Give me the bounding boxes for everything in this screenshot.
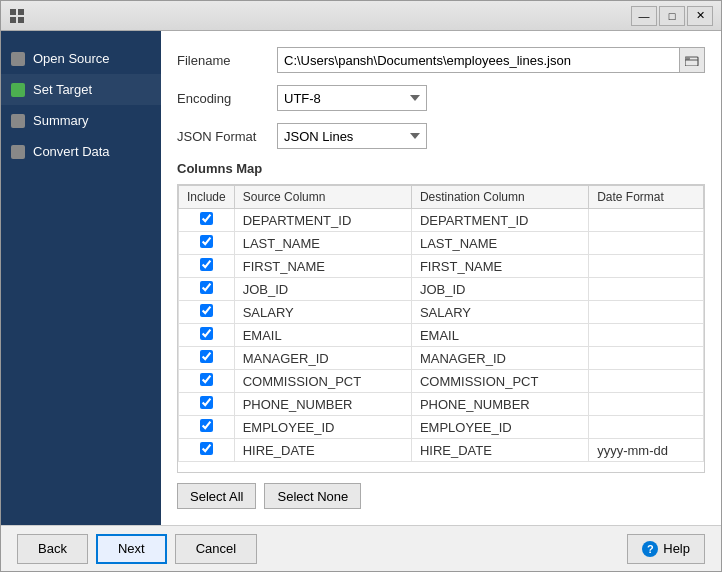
header-include: Include (179, 186, 235, 209)
date-format-cell-5 (589, 324, 704, 347)
help-label: Help (663, 541, 690, 556)
date-format-cell-8 (589, 393, 704, 416)
help-icon: ? (642, 541, 658, 557)
table-row: FIRST_NAME FIRST_NAME (179, 255, 704, 278)
include-checkbox-8[interactable] (200, 396, 213, 409)
destination-cell-2: FIRST_NAME (411, 255, 588, 278)
sidebar-item-summary[interactable]: Summary (1, 105, 161, 136)
columns-table: Include Source Column Destination Column… (178, 185, 704, 462)
source-cell-4: SALARY (234, 301, 411, 324)
filename-label: Filename (177, 53, 277, 68)
back-button[interactable]: Back (17, 534, 88, 564)
encoding-row: Encoding UTF-8 UTF-16 ASCII ISO-8859-1 (177, 85, 705, 111)
json-format-select[interactable]: JSON Lines JSON Array (277, 123, 427, 149)
header-destination: Destination Column (411, 186, 588, 209)
sidebar-label-convert-data: Convert Data (33, 144, 110, 159)
date-format-cell-10: yyyy-mm-dd (589, 439, 704, 462)
destination-cell-1: LAST_NAME (411, 232, 588, 255)
include-checkbox-6[interactable] (200, 350, 213, 363)
table-row: HIRE_DATE HIRE_DATE yyyy-mm-dd (179, 439, 704, 462)
destination-cell-9: EMPLOYEE_ID (411, 416, 588, 439)
include-cell-9[interactable] (179, 416, 235, 439)
source-cell-2: FIRST_NAME (234, 255, 411, 278)
date-format-cell-7 (589, 370, 704, 393)
json-format-row: JSON Format JSON Lines JSON Array (177, 123, 705, 149)
minimize-button[interactable]: — (631, 6, 657, 26)
title-bar: — □ ✕ (1, 1, 721, 31)
date-format-cell-0 (589, 209, 704, 232)
date-format-cell-4 (589, 301, 704, 324)
include-checkbox-2[interactable] (200, 258, 213, 271)
json-format-label: JSON Format (177, 129, 277, 144)
include-checkbox-10[interactable] (200, 442, 213, 455)
destination-cell-0: DEPARTMENT_ID (411, 209, 588, 232)
filename-input[interactable] (277, 47, 680, 73)
sidebar-dot-convert-data (11, 145, 25, 159)
include-checkbox-7[interactable] (200, 373, 213, 386)
include-cell-7[interactable] (179, 370, 235, 393)
help-button[interactable]: ? Help (627, 534, 705, 564)
include-cell-6[interactable] (179, 347, 235, 370)
svg-rect-2 (10, 17, 16, 23)
include-checkbox-1[interactable] (200, 235, 213, 248)
destination-cell-5: EMAIL (411, 324, 588, 347)
columns-table-container: Include Source Column Destination Column… (177, 184, 705, 473)
sidebar: Open Source Set Target Summary Convert D… (1, 31, 161, 525)
source-cell-0: DEPARTMENT_ID (234, 209, 411, 232)
filename-row: Filename (177, 47, 705, 73)
source-cell-9: EMPLOYEE_ID (234, 416, 411, 439)
include-cell-8[interactable] (179, 393, 235, 416)
header-source: Source Column (234, 186, 411, 209)
include-checkbox-3[interactable] (200, 281, 213, 294)
include-cell-2[interactable] (179, 255, 235, 278)
close-button[interactable]: ✕ (687, 6, 713, 26)
maximize-button[interactable]: □ (659, 6, 685, 26)
include-cell-4[interactable] (179, 301, 235, 324)
next-button[interactable]: Next (96, 534, 167, 564)
sidebar-item-open-source[interactable]: Open Source (1, 43, 161, 74)
svg-rect-1 (18, 9, 24, 15)
table-row: SALARY SALARY (179, 301, 704, 324)
sidebar-item-set-target[interactable]: Set Target (1, 74, 161, 105)
include-cell-10[interactable] (179, 439, 235, 462)
include-cell-3[interactable] (179, 278, 235, 301)
footer-right: ? Help (627, 534, 705, 564)
include-checkbox-9[interactable] (200, 419, 213, 432)
date-format-cell-9 (589, 416, 704, 439)
include-checkbox-5[interactable] (200, 327, 213, 340)
date-format-cell-3 (589, 278, 704, 301)
include-cell-5[interactable] (179, 324, 235, 347)
select-all-button[interactable]: Select All (177, 483, 256, 509)
columns-map-title: Columns Map (177, 161, 705, 176)
source-cell-8: PHONE_NUMBER (234, 393, 411, 416)
include-checkbox-4[interactable] (200, 304, 213, 317)
sidebar-dot-set-target (11, 83, 25, 97)
columns-map: Columns Map Include Source Column Destin… (177, 161, 705, 509)
include-cell-0[interactable] (179, 209, 235, 232)
destination-cell-8: PHONE_NUMBER (411, 393, 588, 416)
table-row: LAST_NAME LAST_NAME (179, 232, 704, 255)
encoding-select[interactable]: UTF-8 UTF-16 ASCII ISO-8859-1 (277, 85, 427, 111)
sidebar-label-summary: Summary (33, 113, 89, 128)
footer: Back Next Cancel ? Help (1, 525, 721, 571)
table-row: PHONE_NUMBER PHONE_NUMBER (179, 393, 704, 416)
include-checkbox-0[interactable] (200, 212, 213, 225)
select-none-button[interactable]: Select None (264, 483, 361, 509)
sidebar-dot-open-source (11, 52, 25, 66)
content-area: Filename Encoding UTF-8 UTF-16 ASCII (161, 31, 721, 525)
sidebar-item-convert-data[interactable]: Convert Data (1, 136, 161, 167)
sidebar-dot-summary (11, 114, 25, 128)
app-icon (9, 8, 25, 24)
source-cell-7: COMMISSION_PCT (234, 370, 411, 393)
include-cell-1[interactable] (179, 232, 235, 255)
main-window: — □ ✕ Open Source Set Target Summary (0, 0, 722, 572)
sidebar-label-set-target: Set Target (33, 82, 92, 97)
encoding-label: Encoding (177, 91, 277, 106)
cancel-button[interactable]: Cancel (175, 534, 257, 564)
table-row: MANAGER_ID MANAGER_ID (179, 347, 704, 370)
destination-cell-4: SALARY (411, 301, 588, 324)
table-row: DEPARTMENT_ID DEPARTMENT_ID (179, 209, 704, 232)
footer-left: Back Next Cancel (17, 534, 257, 564)
source-cell-5: EMAIL (234, 324, 411, 347)
browse-button[interactable] (679, 47, 705, 73)
